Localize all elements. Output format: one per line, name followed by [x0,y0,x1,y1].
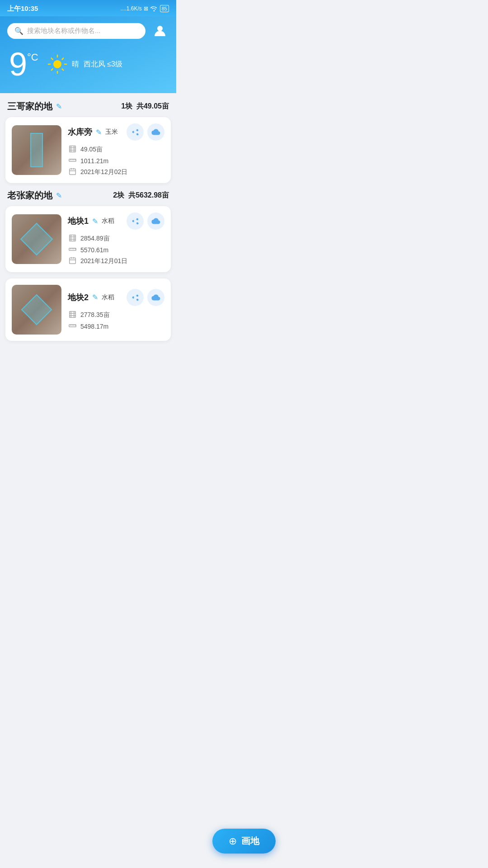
land-cloud-button-dikuai1[interactable] [147,212,164,230]
land-info-dikuai2: 地块2 ✎ 水稻 2778.35亩 [68,289,164,331]
land-polygon-shuiku [12,125,61,175]
land-area-shuiku: 49.05亩 [80,146,103,154]
sun-icon [47,54,67,74]
ruler-icon-2 [68,322,77,331]
land-name-dikuai2: 地块2 [68,292,89,303]
status-bar: 上午10:35 ....1.6K/s ⊠ 85 [0,0,176,16]
weather-condition: 晴 [72,60,79,69]
user-icon [153,24,167,38]
svg-rect-41 [69,311,75,317]
land-perimeter-dikuai1: 5570.61m [80,246,108,254]
land-crop-dikuai1: 水稻 [102,217,114,225]
svg-line-6 [51,58,52,60]
land-crop-shuiku: 玉米 [105,128,118,136]
land-card-dikuai2: 地块2 ✎ 水稻 2778.35亩 [5,278,171,341]
land-name-dikuai1: 地块1 [68,216,89,226]
land-share-button-dikuai2[interactable] [127,289,144,306]
signal-icon: ⊠ [144,5,148,12]
calendar-icon [68,168,77,177]
land-share-button-shuiku[interactable] [127,123,144,141]
search-row: 🔍 搜索地块名称或作物名... [7,22,169,40]
land-share-button-dikuai1[interactable] [127,212,144,230]
user-profile-button[interactable] [151,22,169,40]
land-info-dikuai1: 地块1 ✎ 水稻 2854.89亩 [68,212,164,266]
land-perimeter-dikuai2: 5498.17m [80,323,108,330]
svg-rect-26 [69,235,75,241]
temperature-value: 9 [9,48,27,80]
temperature-display: 9 °C [9,48,38,80]
land-edit-icon-shuiku[interactable]: ✎ [96,128,102,137]
land-edit-icon-dikuai1[interactable]: ✎ [92,217,98,226]
svg-marker-40 [22,295,52,325]
network-speed: ....1.6K/s [120,5,141,12]
weather-widget: 9 °C 晴 西北风 ≤3级 [7,48,169,80]
group-laozhang-header: 老张家的地 ✎ 2块 共5632.98亩 [5,189,171,202]
svg-marker-25 [21,223,52,255]
svg-rect-36 [69,258,75,264]
land-thumbnail-dikuai1[interactable] [12,214,61,264]
land-polygon-dikuai2 [12,285,61,335]
land-card-dikuai1: 地块1 ✎ 水稻 2854.89亩 [5,206,171,272]
status-time: 上午10:35 [7,5,38,13]
search-icon: 🔍 [14,27,23,35]
battery-indicator: 85 [160,5,169,12]
temperature-unit: °C [27,52,38,63]
land-info-shuiku: 水库旁 ✎ 玉米 49.05亩 [68,123,164,177]
land-thumbnail-dikuai2[interactable] [12,285,61,335]
svg-point-1 [53,60,61,68]
svg-point-0 [157,26,163,31]
land-date-shuiku: 2021年12月02日 [80,168,127,176]
group-laozhang-title: 老张家的地 [7,189,52,202]
land-area-dikuai1: 2854.89亩 [80,235,110,243]
area-icon [68,145,77,154]
content-area: 三哥家的地 ✎ 1块 共49.05亩 水库旁 ✎ 玉米 [0,93,176,377]
land-stats-dikuai2: 2778.35亩 5498.17m [68,311,164,331]
land-crop-dikuai2: 水稻 [102,293,114,302]
group-sanges-title: 三哥家的地 [7,100,52,113]
land-thumbnail-shuiku[interactable] [12,125,61,175]
weather-wind: 西北风 ≤3级 [84,60,122,69]
header: 🔍 搜索地块名称或作物名... 9 °C [0,16,176,93]
land-cloud-button-dikuai2[interactable] [147,289,164,306]
search-bar[interactable]: 🔍 搜索地块名称或作物名... [7,23,145,39]
land-name-shuiku: 水库旁 [68,127,92,137]
group-sanges-meta: 1块 共49.05亩 [121,102,169,111]
weather-detail: 晴 西北风 ≤3级 [47,54,122,74]
svg-rect-11 [69,146,75,152]
svg-line-9 [51,69,52,71]
area-icon-1 [68,234,77,243]
wifi-icon [150,5,158,13]
land-stats-shuiku: 49.05亩 1011.21m 2021年12月02日 [68,145,164,177]
calendar-icon-1 [68,257,77,266]
land-card-shuiku: 水库旁 ✎ 玉米 49.05亩 [5,117,171,183]
group-sanges-edit-icon[interactable]: ✎ [56,102,62,111]
land-date-dikuai1: 2021年12月01日 [80,257,127,265]
search-input-placeholder: 搜索地块名称或作物名... [27,27,101,35]
svg-rect-10 [31,133,42,167]
svg-line-7 [62,69,63,71]
land-edit-icon-dikuai2[interactable]: ✎ [92,293,98,302]
group-sanges-header: 三哥家的地 ✎ 1块 共49.05亩 [5,100,171,113]
area-icon-2 [68,311,77,320]
group-laozhang-meta: 2块 共5632.98亩 [113,191,169,200]
group-laozhang-edit-icon[interactable]: ✎ [56,191,62,200]
ruler-icon [68,156,77,165]
status-icons: ....1.6K/s ⊠ 85 [120,5,169,13]
svg-line-8 [62,58,63,60]
land-area-dikuai2: 2778.35亩 [80,311,110,319]
land-cloud-button-shuiku[interactable] [147,123,164,141]
land-stats-dikuai1: 2854.89亩 5570.61m 2021年12月01日 [68,234,164,266]
svg-rect-21 [69,169,75,175]
land-polygon-dikuai1 [12,214,61,264]
land-perimeter-shuiku: 1011.21m [80,157,108,165]
ruler-icon-1 [68,245,77,255]
